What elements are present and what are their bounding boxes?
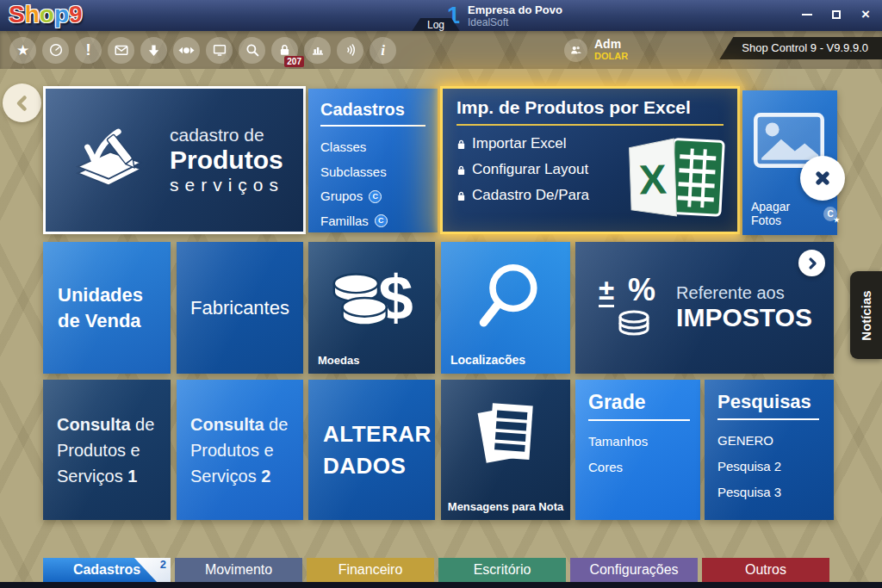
tile-label: Fabricantes	[190, 297, 289, 319]
plus-minus-percent-coins-icon: ± %	[597, 275, 662, 341]
menu-item-tamanhos[interactable]: Tamanhos	[588, 429, 700, 455]
info-icon[interactable]: i	[370, 37, 396, 64]
divider	[588, 419, 690, 421]
tab-outros[interactable]: Outros	[702, 558, 829, 582]
tab-cadastros[interactable]: Cadastros 2	[43, 558, 171, 582]
menu-item-configurar-layout[interactable]: Configurar Layout	[457, 161, 724, 178]
tile-localizacoes[interactable]: Localizacões	[441, 242, 570, 374]
user-block[interactable]: Adm DOLAR	[564, 38, 628, 62]
menu-item-genero[interactable]: GENERO	[717, 428, 834, 454]
tile-cadastro-produtos-servicos[interactable]: cadastro de Produtos serviços	[43, 86, 306, 234]
broadcast-icon[interactable]	[337, 37, 363, 64]
menu-item-pesquisa-3[interactable]: Pesquisa 3	[717, 480, 834, 505]
tile-consulta-produtos-servicos-1[interactable]: Consulta de Produtos e Serviços 1	[43, 380, 171, 520]
maximize-button[interactable]	[829, 7, 844, 22]
tile-line: Produtos	[170, 145, 284, 176]
tab-label: Outros	[745, 562, 786, 578]
news-side-tab[interactable]: Notícias	[850, 271, 882, 359]
menu-title: Pesquisas	[717, 391, 834, 413]
tile-line: Consulta de	[190, 412, 303, 437]
tile-title: Imp. de Produtos por Excel	[457, 97, 724, 118]
tile-apagar-fotos[interactable]: Apagar Fotos C★	[742, 90, 837, 235]
c-badge: C	[369, 190, 382, 203]
alert-glyph: !	[86, 42, 91, 58]
menu-item-subclasses[interactable]: Subclasses	[320, 160, 438, 185]
favorites-star-icon[interactable]: ★	[9, 37, 36, 64]
vendor-name: IdealSoft	[468, 16, 562, 29]
menu-item-label: Famillas	[320, 209, 369, 234]
notebook-pencil-icon	[65, 119, 154, 201]
menu-item-label: Grupos	[320, 184, 363, 209]
tile-line: Unidades	[58, 282, 171, 308]
gauge-icon[interactable]	[42, 37, 69, 64]
documents-icon	[469, 395, 544, 474]
lock-icon[interactable]: 207	[271, 37, 298, 64]
lock-bullet-icon	[457, 139, 466, 150]
lock-badge-count: 207	[284, 56, 304, 67]
tile-line: Produtos e	[57, 437, 171, 463]
chevron-right-icon	[804, 256, 820, 271]
company-info: 1 Empresa do Povo IdealSoft	[447, 3, 562, 29]
tile-line: DADOS	[323, 450, 435, 481]
menu-title: Grade	[588, 391, 700, 414]
tab-financeiro[interactable]: Financeiro	[307, 558, 434, 582]
menu-item-grupos[interactable]: Grupos C	[320, 184, 438, 209]
tile-grade-menu: Grade Tamanhos Cores	[575, 380, 700, 520]
minimize-button[interactable]	[799, 7, 815, 22]
download-icon[interactable]	[140, 37, 167, 64]
c-badge: C	[375, 214, 388, 227]
tab-label: Movimento	[205, 562, 272, 578]
currency-label: DOLAR	[594, 50, 628, 62]
logo-letter: 9	[69, 1, 83, 28]
stats-icon[interactable]	[304, 37, 331, 64]
tile-cadastros-menu: Cadastros Classes Subclasses Grupos C Fa…	[308, 89, 438, 232]
divider	[320, 125, 425, 127]
tile-line: ALTERAR	[323, 418, 435, 449]
users-icon	[564, 39, 587, 62]
menu-item-label: Subclasses	[320, 160, 387, 185]
tile-consulta-produtos-servicos-2[interactable]: Consulta de Produtos e Serviços 2	[177, 380, 303, 520]
tab-label: Configurações	[589, 562, 678, 578]
menu-item-importar-excel[interactable]: Importar Excel	[457, 135, 724, 152]
tab-badge: 2	[160, 558, 166, 571]
next-button[interactable]	[798, 250, 825, 276]
tab-movimento[interactable]: Movimento	[175, 558, 302, 582]
chevron-left-icon	[12, 93, 33, 114]
menu-item-cores[interactable]: Cores	[588, 455, 700, 480]
mail-icon[interactable]	[108, 37, 134, 64]
tile-unidades-de-venda[interactable]: Unidades de Venda	[43, 242, 171, 374]
alert-icon[interactable]: !	[75, 37, 102, 64]
app-window: Shop9 1 Empresa do Povo IdealSoft × Log …	[0, 0, 882, 588]
tab-escritorio[interactable]: Escritório	[438, 558, 566, 582]
tab-label: Financeiro	[339, 562, 403, 578]
tab-configuracoes[interactable]: Configurações	[570, 558, 698, 582]
search-icon[interactable]	[239, 37, 265, 64]
coins-dollar-icon: $	[324, 257, 425, 340]
tile-fabricantes[interactable]: Fabricantes	[177, 242, 303, 374]
tile-line: de Venda	[58, 308, 171, 334]
eye-icon[interactable]	[173, 37, 200, 64]
tile-importacao-produtos-excel[interactable]: Imp. de Produtos por Excel Importar Exce…	[440, 86, 740, 234]
tile-line: IMPOSTOS	[676, 303, 812, 333]
logo-letter: h	[25, 1, 40, 28]
star-glyph: ★	[16, 43, 29, 58]
user-name: Adm	[594, 38, 628, 50]
menu-item-famillas[interactable]: Famillas C	[320, 209, 438, 234]
tile-alterar-dados[interactable]: ALTERAR DADOS	[308, 380, 435, 520]
back-button[interactable]	[3, 84, 41, 122]
tab-label: Escritório	[474, 562, 531, 578]
tile-referente-impostos[interactable]: ± % Referente aos IMPOSTOS	[575, 242, 834, 374]
menu-item-cadastro-de-para[interactable]: Cadastro De/Para	[457, 187, 724, 204]
company-name: Empresa do Povo	[468, 3, 562, 16]
tile-mensagens-para-nota[interactable]: Mensagens para Nota	[441, 380, 570, 520]
tile-moedas[interactable]: $ Moedas	[308, 242, 435, 374]
window-controls: ×	[799, 6, 873, 23]
tile-line: Serviços 2	[190, 463, 303, 489]
toolbar-icons: ★ ! 207	[9, 31, 396, 69]
close-button[interactable]: ×	[858, 7, 873, 22]
menu-item-pesquisa-2[interactable]: Pesquisa 2	[717, 454, 834, 480]
menu-title: Cadastros	[320, 100, 438, 120]
lock-bullet-icon	[457, 190, 466, 201]
menu-item-classes[interactable]: Classes	[320, 135, 438, 160]
display-icon[interactable]	[206, 37, 233, 64]
